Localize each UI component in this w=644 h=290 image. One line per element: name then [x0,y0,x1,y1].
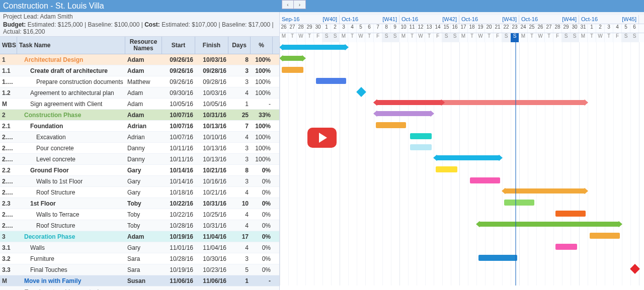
cell-pct[interactable]: 100% [251,67,273,74]
cell-resource[interactable]: Adam [125,67,162,74]
gantt-summary-bar[interactable] [436,155,500,160]
task-row[interactable]: 2.3.1Walls to TerraceToby10/22/1610/25/1… [0,209,279,220]
cell-finish[interactable]: 11/04/16 [195,233,228,240]
cell-finish[interactable]: 10/13/16 [195,145,228,152]
cell-pct[interactable]: 100% [251,78,273,85]
cell-resource[interactable]: Toby [125,222,162,229]
cell-resource[interactable]: Gary [125,189,162,196]
cell-task-name[interactable]: Roof Structure [17,189,125,196]
task-row[interactable]: 3.2FurnitureSara10/28/1610/30/1630% [0,253,279,264]
cell-resource[interactable]: Toby [125,211,162,218]
cell-start[interactable]: 10/07/16 [162,112,195,119]
gantt-milestone[interactable] [356,87,366,97]
cell-days[interactable]: 3 [228,178,251,185]
cell-task-name[interactable]: Level concrete [17,156,125,163]
cell-start[interactable]: 10/07/16 [162,134,195,141]
cell-finish[interactable]: 10/13/16 [195,123,228,130]
cell-start[interactable]: 10/05/16 [162,101,195,108]
task-row[interactable]: MSign agreement with ClientAdam10/05/161… [0,99,279,110]
cell-start[interactable]: 10/22/16 [162,211,195,218]
cell-pct[interactable]: 100% [251,156,273,163]
gantt-summary-bar[interactable] [478,222,620,227]
gantt-summary-bar[interactable] [282,56,303,61]
cell-resource[interactable]: Adam [125,56,162,63]
gantt-summary-bar[interactable] [376,111,432,116]
timeline-week-header[interactable]: Oct-16[W41] [340,15,399,24]
cell-start[interactable]: 10/28/16 [162,255,195,262]
cell-pct[interactable]: 0% [251,167,273,174]
cell-task-name[interactable]: Foundation [17,123,125,130]
cell-start[interactable]: 11/06/16 [162,277,195,284]
cell-task-name[interactable]: 1st Floor [17,200,125,207]
task-row[interactable]: 2.1.1ExcavationAdrian10/07/1610/10/16410… [0,132,279,143]
task-row[interactable]: 1Architectural DesignAdam09/26/1610/03/1… [0,54,279,65]
cell-task-name[interactable]: Sign agreement with Client [17,101,125,108]
cell-resource[interactable]: Sara [125,255,162,262]
cell-finish[interactable]: 10/31/16 [195,112,228,119]
cell-start[interactable]: 10/14/16 [162,178,195,185]
cell-days[interactable]: 10 [228,200,251,207]
cell-resource[interactable]: Adam [125,112,162,119]
gantt-summary-bar[interactable] [504,188,586,194]
cell-finish[interactable]: 10/25/16 [195,211,228,218]
cell-pct[interactable]: 33% [251,112,273,119]
cell-resource[interactable]: Adam [125,89,162,96]
cell-finish[interactable]: 10/16/16 [195,178,228,185]
cell-pct[interactable]: 0% [251,233,273,240]
cell-pct[interactable]: 0% [251,189,273,196]
cell-days[interactable]: 3 [228,255,251,262]
cell-task-name[interactable]: Construction Phase [17,112,125,119]
cell-pct[interactable]: 100% [251,56,273,63]
task-row[interactable]: 2.2Ground FloorGary10/14/1610/21/1680% [0,165,279,176]
cell-days[interactable]: 4 [228,244,251,251]
cell-resource[interactable]: Gary [125,178,162,185]
timeline-week-header[interactable]: Oct-16[W42] [399,15,459,24]
cell-days[interactable]: 1 [228,101,251,108]
gantt-summary-bar[interactable] [282,45,346,50]
new-task-row[interactable]: Type here to add a new task [0,286,279,290]
col-finish[interactable]: Finish [195,37,228,54]
gantt-task-bar[interactable] [410,144,432,150]
task-row[interactable]: 1.1.1Prepare construction documentsMatth… [0,76,279,87]
cell-finish[interactable]: 10/10/16 [195,134,228,141]
cell-days[interactable]: 4 [228,211,251,218]
cell-resource[interactable]: Adam [125,101,162,108]
cell-start[interactable]: 10/19/16 [162,266,195,273]
cell-finish[interactable]: 10/23/16 [195,266,228,273]
col-wbs[interactable]: WBS [0,37,17,54]
task-row[interactable]: 3.3Final TouchesSara10/19/1610/23/1650% [0,264,279,275]
gantt-task-bar[interactable] [504,200,534,206]
gantt-task-bar[interactable] [555,211,586,217]
task-row[interactable]: 3Decoration PhaseAdam10/19/1611/04/16170… [0,231,279,242]
cell-finish[interactable]: 10/21/16 [195,189,228,196]
cell-finish[interactable]: 10/31/16 [195,200,228,207]
cell-days[interactable]: 8 [228,167,251,174]
cell-task-name[interactable]: Roof Structure [17,222,125,229]
timeline-week-header[interactable]: Sep-16[W40] [280,15,340,24]
gantt-task-bar[interactable] [282,67,303,73]
cell-resource[interactable]: Danny [125,156,162,163]
gantt-task-bar[interactable] [436,166,457,172]
cell-pct[interactable]: 100% [251,134,273,141]
task-row[interactable]: 2.3.2Roof StructureToby10/28/1610/31/164… [0,220,279,231]
cell-start[interactable]: 11/01/16 [162,244,195,251]
task-row[interactable]: 3.1WallsGary11/01/1611/04/1640% [0,242,279,253]
cell-days[interactable]: 4 [228,189,251,196]
task-row[interactable]: 1.1Create draft of architectureAdam09/26… [0,65,279,76]
cell-pct[interactable]: - [251,101,273,108]
cell-start[interactable]: 10/19/16 [162,233,195,240]
timeline-week-header[interactable]: Oct-16[W45] [579,15,639,24]
cell-task-name[interactable]: Move in with Family [17,277,125,284]
cell-days[interactable]: 4 [228,134,251,141]
cell-resource[interactable]: Gary [125,167,162,174]
cell-pct[interactable]: 0% [251,222,273,229]
gantt-task-bar[interactable] [470,177,500,183]
cell-task-name[interactable]: Architectural Design [17,56,125,63]
cell-task-name[interactable]: Prepare construction documents [17,78,125,85]
timeline-week-header[interactable]: Oct-16[W43] [459,15,519,24]
cell-pct[interactable]: 0% [251,178,273,185]
cell-task-name[interactable]: Excavation [17,134,125,141]
cell-task-name[interactable]: Walls [17,244,125,251]
cell-days[interactable]: 3 [228,145,251,152]
cell-pct[interactable]: 100% [251,123,273,130]
